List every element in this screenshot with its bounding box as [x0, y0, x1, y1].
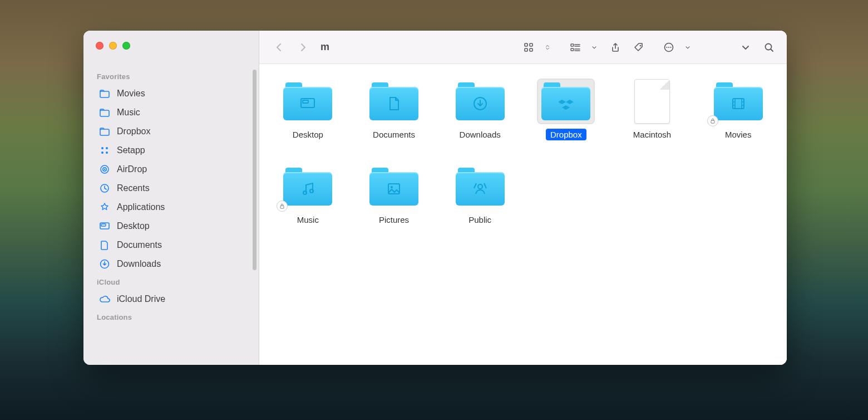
sidebar-item-label: Dropbox	[117, 126, 150, 136]
file-item-documents[interactable]: Documents	[357, 80, 432, 140]
sidebar-scrollbar[interactable]	[253, 70, 257, 270]
folder-icon	[452, 165, 508, 208]
file-item-music[interactable]: Music	[270, 165, 346, 226]
forward-button[interactable]	[293, 38, 313, 56]
folder-icon	[711, 80, 766, 123]
chevron-down-icon	[586, 41, 602, 54]
file-icon	[624, 80, 680, 123]
sidebar-item-icloud-drive[interactable]: iCloud Drive	[95, 290, 252, 309]
sidebar: FavoritesMoviesMusicDropboxSetappAirDrop…	[83, 31, 259, 365]
sidebar-section-title: iCloud	[95, 274, 252, 290]
folder-icon	[538, 80, 594, 123]
download-icon	[99, 258, 110, 270]
search-button[interactable]	[759, 38, 779, 56]
file-item-label: Movies	[721, 129, 756, 140]
file-item-desktop[interactable]: Desktop	[270, 80, 346, 140]
file-item-dropbox[interactable]: Dropbox	[529, 80, 604, 140]
file-item-label: Dropbox	[546, 129, 586, 140]
sidebar-item-label: Downloads	[117, 259, 161, 269]
airdrop-icon	[99, 164, 110, 175]
updown-icon	[540, 41, 555, 54]
icon-grid: DesktopDocumentsDownloadsDropboxMacintos…	[259, 64, 787, 241]
sidebar-item-recents[interactable]: Recents	[95, 179, 252, 198]
folder-icon	[99, 107, 110, 118]
view-switcher[interactable]	[519, 38, 555, 56]
sidebar-item-applications[interactable]: Applications	[95, 198, 252, 217]
finder-window: FavoritesMoviesMusicDropboxSetappAirDrop…	[83, 31, 787, 365]
setapp-icon	[99, 145, 110, 156]
file-item-label: Downloads	[455, 129, 505, 140]
sidebar-item-label: AirDrop	[117, 164, 147, 174]
sidebar-section-title: Locations	[95, 309, 252, 325]
minimize-window-button[interactable]	[109, 42, 117, 50]
file-item-pictures[interactable]: Pictures	[357, 165, 432, 226]
document-icon	[99, 240, 110, 251]
file-item-macintosh[interactable]: Macintosh	[615, 80, 690, 140]
sidebar-item-label: Documents	[117, 240, 162, 250]
lock-badge-icon	[707, 115, 718, 126]
folder-icon	[366, 80, 422, 123]
folder-icon	[99, 88, 110, 99]
clock-icon	[99, 183, 110, 194]
group-button[interactable]	[565, 38, 602, 56]
window-title: m	[316, 41, 334, 53]
file-item-label: Macintosh	[629, 129, 675, 140]
sidebar-item-label: Recents	[117, 183, 150, 193]
sidebar-item-desktop[interactable]: Desktop	[95, 217, 252, 236]
file-item-movies[interactable]: Movies	[701, 80, 776, 140]
file-item-label: Public	[464, 214, 496, 226]
chevron-down-icon	[680, 41, 696, 54]
file-item-label: Documents	[368, 129, 420, 140]
app-icon	[99, 202, 110, 213]
zoom-window-button[interactable]	[122, 42, 130, 50]
sidebar-item-dropbox[interactable]: Dropbox	[95, 122, 252, 141]
toolbar: m	[259, 31, 787, 64]
desktop-icon	[99, 221, 110, 232]
sidebar-item-downloads[interactable]: Downloads	[95, 255, 252, 274]
grid-view-icon	[519, 38, 539, 56]
file-item-label: Music	[293, 214, 323, 226]
folder-icon	[280, 165, 336, 208]
more-icon	[659, 38, 679, 56]
sidebar-list: FavoritesMoviesMusicDropboxSetappAirDrop…	[83, 64, 259, 331]
sidebar-item-label: Applications	[117, 202, 165, 212]
sidebar-item-airdrop[interactable]: AirDrop	[95, 160, 252, 179]
file-item-label: Pictures	[374, 214, 413, 226]
folder-icon	[280, 80, 336, 123]
folder-icon	[99, 126, 110, 137]
back-button[interactable]	[269, 38, 289, 56]
close-window-button[interactable]	[96, 42, 103, 50]
expand-button[interactable]	[736, 38, 756, 56]
sidebar-item-label: iCloud Drive	[117, 294, 165, 304]
sidebar-item-label: Movies	[117, 89, 145, 99]
sidebar-section-title: Favorites	[95, 68, 252, 84]
more-button[interactable]	[659, 38, 696, 56]
lock-badge-icon	[277, 201, 288, 212]
sidebar-item-movies[interactable]: Movies	[95, 84, 252, 103]
folder-icon	[452, 80, 508, 123]
sidebar-item-music[interactable]: Music	[95, 103, 252, 122]
sidebar-item-label: Music	[117, 108, 140, 118]
folder-icon	[366, 165, 422, 208]
tags-button[interactable]	[629, 38, 649, 56]
window-controls	[83, 31, 259, 64]
share-button[interactable]	[605, 38, 625, 56]
group-icon	[565, 38, 585, 56]
file-item-public[interactable]: Public	[442, 165, 517, 226]
sidebar-item-label: Desktop	[117, 221, 150, 231]
main-pane: m DesktopDocumentsDownloadsDropboxMacint…	[259, 31, 787, 365]
sidebar-item-label: Setapp	[117, 145, 145, 155]
cloud-icon	[99, 294, 110, 305]
file-item-label: Desktop	[288, 129, 328, 140]
sidebar-item-setapp[interactable]: Setapp	[95, 141, 252, 160]
file-item-downloads[interactable]: Downloads	[442, 80, 517, 140]
sidebar-item-documents[interactable]: Documents	[95, 236, 252, 255]
